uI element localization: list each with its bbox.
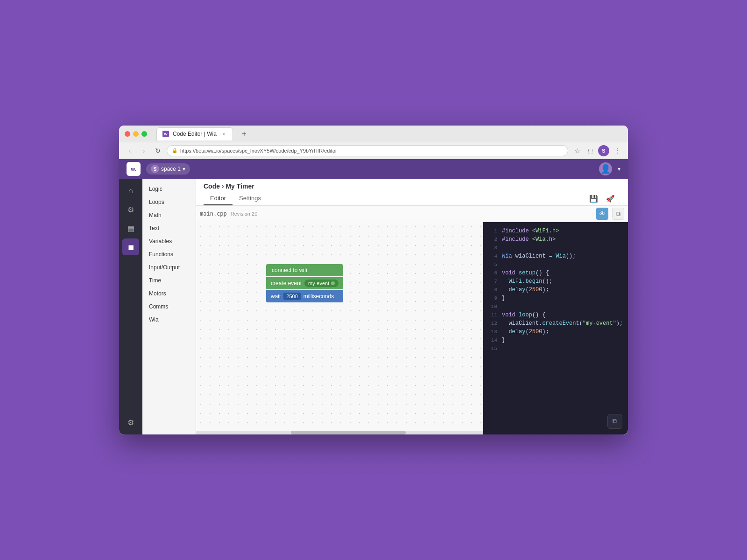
code-content-8: delay(2500); — [502, 286, 625, 294]
line-num-4: 4 — [486, 252, 497, 260]
back-button[interactable]: ‹ — [125, 146, 135, 156]
code-line-1: 1 #include <WiFi.h> — [483, 227, 628, 235]
code-content-4: Wia wiaClient = Wia(); — [502, 252, 625, 260]
secure-icon: 🔒 — [172, 148, 177, 153]
tab-title: Code Editor | Wia — [173, 131, 217, 137]
line-num-15: 15 — [486, 344, 497, 353]
url-text: https://beta.wia.io/spaces/spc_InovXY5W/… — [180, 148, 337, 154]
browser-window: w Code Editor | Wia × + ‹ › ↻ 🔒 https://… — [119, 126, 628, 434]
code-line-6: 6 void setup() { — [483, 269, 628, 277]
code-copy-button[interactable]: ⧉ — [607, 414, 622, 429]
code-line-14: 14 } — [483, 336, 628, 344]
code-line-4: 4 Wia wiaClient = Wia(); — [483, 252, 628, 260]
category-inputoutput[interactable]: Input/Output — [142, 261, 196, 274]
deploy-button[interactable]: 🚀 — [604, 192, 617, 205]
category-logic[interactable]: Logic — [142, 182, 196, 196]
menu-icon[interactable]: ⋮ — [612, 146, 622, 156]
category-loops[interactable]: Loops — [142, 196, 196, 209]
header-toolbar: 💾 🚀 — [583, 192, 620, 205]
user-avatar[interactable]: 👤 — [599, 162, 612, 175]
tab-settings[interactable]: Settings — [233, 192, 268, 205]
space-avatar: S — [151, 165, 159, 173]
profile-avatar[interactable]: S — [598, 145, 609, 156]
category-text[interactable]: Text — [142, 222, 196, 235]
code-line-2: 2 #include <Wia.h> — [483, 235, 628, 244]
code-line-10: 10 — [483, 302, 628, 311]
sidebar-item-code[interactable]: ◼ — [122, 238, 139, 255]
code-content-7: WiFi.begin(); — [502, 277, 625, 286]
code-content-14: } — [502, 336, 625, 344]
copy-code-button[interactable]: ⧉ — [612, 208, 624, 220]
refresh-button[interactable]: ↻ — [153, 146, 163, 156]
blocks-canvas[interactable]: connect to wifi create event my-event — [196, 222, 483, 434]
space-dropdown-icon: ▾ — [183, 166, 185, 172]
code-content-5 — [502, 260, 625, 269]
sidebar-item-layers[interactable]: ▤ — [122, 220, 139, 237]
code-editor: 1 #include <WiFi.h> 2 #include <Wia.h> 3 — [483, 222, 628, 434]
view-blocks-button[interactable]: 👁 — [596, 208, 608, 220]
block-connect-wifi[interactable]: connect to wifi — [266, 264, 343, 276]
address-bar[interactable]: 🔒 https://beta.wia.io/spaces/spc_InovXY5… — [167, 145, 568, 156]
new-tab-button[interactable]: + — [239, 128, 250, 140]
forward-button[interactable]: › — [139, 146, 149, 156]
sidebar-item-settings[interactable]: ⚙ — [122, 201, 139, 218]
code-line-9: 9 } — [483, 294, 628, 302]
sidebar-item-config[interactable]: ⚙ — [122, 414, 139, 431]
content-header: Code › My Timer Editor Settings 💾 🚀 — [196, 179, 628, 206]
code-content-11: void loop() { — [502, 311, 625, 319]
wait-prefix: wait — [271, 293, 281, 300]
bookmark-icon[interactable]: ☆ — [572, 146, 582, 156]
canvas-scrollbar[interactable] — [196, 431, 483, 434]
space-name: space 1 — [161, 166, 181, 172]
code-line-8: 8 delay(2500); — [483, 286, 628, 294]
line-num-12: 12 — [486, 319, 497, 328]
category-motors[interactable]: Motors — [142, 287, 196, 300]
maximize-button[interactable] — [141, 131, 147, 137]
tab-editor[interactable]: Editor — [204, 192, 233, 205]
wia-logo: w. — [127, 162, 141, 176]
create-event-prefix: create event — [271, 280, 302, 287]
code-line-12: 12 wiaClient.createEvent("my-event"); — [483, 319, 628, 328]
tab-close-button[interactable]: × — [220, 131, 227, 137]
app-container: w. S space 1 ▾ 👤 ▾ ⌂ ⚙ ▤ ◼ ⚙ — [119, 159, 628, 434]
category-comms[interactable]: Comms — [142, 300, 196, 313]
category-time[interactable]: Time — [142, 274, 196, 287]
content-toolbar: main.cpp Revision 20 👁 ⧉ — [196, 206, 628, 222]
minimize-button[interactable] — [133, 131, 139, 137]
categories-sidebar: Logic Loops Math Text Variables Function… — [142, 179, 196, 434]
code-content-2: #include <Wia.h> — [502, 235, 625, 244]
browser-titlebar: w Code Editor | Wia × + — [119, 126, 628, 142]
code-content-10 — [502, 302, 625, 311]
code-line-13: 13 delay(2500); — [483, 328, 628, 336]
main-content: Code › My Timer Editor Settings 💾 🚀 main… — [196, 179, 628, 434]
save-button[interactable]: 💾 — [587, 192, 600, 205]
scrollbar-thumb[interactable] — [291, 431, 406, 434]
code-content-6: void setup() { — [502, 269, 625, 277]
block-wait[interactable]: wait 2500 milliseconds — [266, 290, 343, 302]
code-content-1: #include <WiFi.h> — [502, 227, 625, 235]
category-variables[interactable]: Variables — [142, 235, 196, 248]
screenshot-icon[interactable]: ⬚ — [585, 146, 595, 156]
line-num-13: 13 — [486, 328, 497, 336]
line-num-11: 11 — [486, 311, 497, 319]
category-wia[interactable]: Wia — [142, 313, 196, 326]
category-math[interactable]: Math — [142, 209, 196, 222]
code-content-15 — [502, 344, 625, 353]
block-container: connect to wifi create event my-event — [266, 264, 343, 303]
wait-value[interactable]: 2500 — [283, 293, 300, 300]
event-connector — [331, 281, 335, 285]
code-content-12: wiaClient.createEvent("my-event"); — [502, 319, 625, 328]
category-functions[interactable]: Functions — [142, 248, 196, 261]
event-name-value[interactable]: my-event — [304, 280, 338, 287]
address-actions: ☆ ⬚ S ⋮ — [572, 145, 622, 156]
sidebar-item-home[interactable]: ⌂ — [122, 182, 139, 199]
close-button[interactable] — [125, 131, 130, 137]
block-create-event[interactable]: create event my-event — [266, 277, 343, 289]
code-line-5: 5 — [483, 260, 628, 269]
user-dropdown-chevron[interactable]: ▾ — [618, 166, 620, 172]
event-name-text: my-event — [308, 280, 329, 286]
breadcrumb: Code › My Timer — [204, 182, 620, 190]
browser-tab[interactable]: w Code Editor | Wia × — [156, 127, 233, 140]
icon-sidebar: ⌂ ⚙ ▤ ◼ ⚙ — [119, 179, 142, 434]
space-selector[interactable]: S space 1 ▾ — [146, 163, 190, 175]
